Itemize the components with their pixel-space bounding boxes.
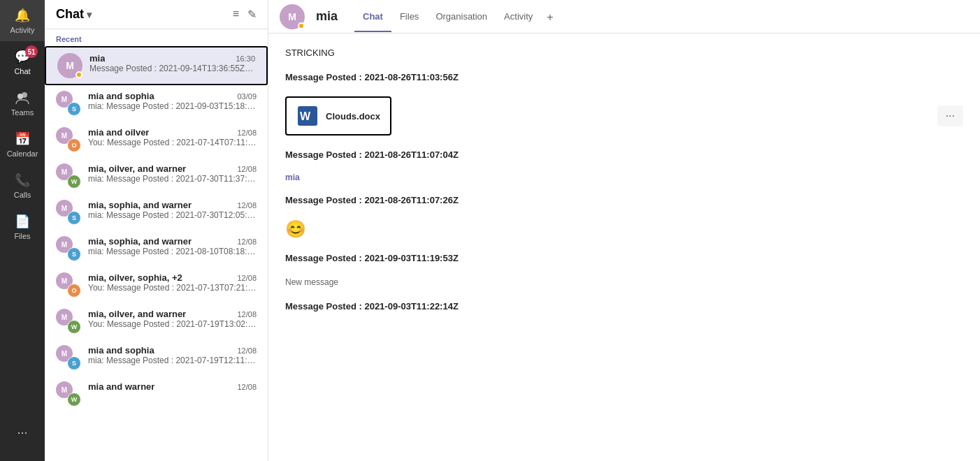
sidebar-label-calls: Calls [14, 191, 31, 199]
chat-content-mia: mia 16:30 Message Posted : 2021-09-14T13… [89, 53, 255, 73]
chat-list-panel: Chat ▾ ≡ ✎ Recent M mia 16:30 Message Po… [45, 0, 268, 461]
chat-preview: mia: Message Posted : 2021-07-19T12:11:5… [88, 356, 257, 365]
chat-content: mia, sophia, and warner 12/08 mia: Messa… [88, 200, 257, 220]
chat-content: mia, oilver, sophia, +2 12/08 You: Messa… [88, 272, 257, 293]
avatar-group: M O [56, 272, 81, 298]
message-posted-3: Message Posted : 2021-08-26T11:07:26Z [285, 192, 963, 208]
svg-text:W: W [300, 110, 311, 122]
avatar-group: M S [56, 236, 81, 261]
chat-item-mia-sophia2[interactable]: M S mia and sophia 12/08 mia: Message Po… [45, 339, 268, 376]
emoji-content: 😊 [285, 217, 963, 242]
chat-header-icons: ≡ ✎ [233, 8, 257, 21]
chat-name: mia and sophia [88, 345, 154, 356]
message-posted-5: Message Posted : 2021-09-03T11:22:14Z [285, 298, 963, 314]
sidebar-item-calls[interactable]: 📞 Calls [0, 165, 45, 206]
chat-item-mia-oilver[interactable]: M O mia and oilver 12/08 You: Message Po… [45, 122, 268, 158]
chat-time: 12/08 [237, 129, 257, 137]
avatar-group: M S [56, 345, 81, 370]
chat-item-mia-oilver-warner[interactable]: M W mia, oilver, and warner 12/08 mia: M… [45, 158, 268, 194]
chat-item-mia-oilver-warner2[interactable]: M W mia, oilver, and warner 12/08 You: M… [45, 303, 268, 339]
sidebar-label-chat: Chat [14, 67, 30, 75]
chat-list-header: Chat ▾ ≡ ✎ [45, 0, 268, 29]
chat-name: mia, sophia, and warner [88, 236, 192, 247]
chat-item-mia-oilver-sophia-2[interactable]: M O mia, oilver, sophia, +2 12/08 You: M… [45, 267, 268, 303]
message-block-5: Message Posted : 2021-09-03T11:22:14Z [285, 298, 963, 314]
sidebar-item-calendar[interactable]: 📅 Calendar [0, 124, 45, 165]
avatar-mia: M [57, 53, 82, 78]
message-block-file: W Clouds.docx ··· [285, 94, 963, 138]
chat-time: 12/08 [237, 346, 257, 355]
message-block-1: Message Posted : 2021-08-26T11:03:56Z [285, 69, 963, 85]
compose-icon[interactable]: ✎ [247, 8, 257, 21]
chat-time: 12/08 [237, 310, 257, 319]
new-message-divider: New message [285, 275, 963, 290]
message-block-new: New message [285, 275, 963, 290]
chat-item-mia-warner[interactable]: M W mia and warner 12/08 [45, 376, 268, 412]
calendar-icon: 📅 [14, 131, 31, 147]
chat-time: 12/08 [237, 165, 257, 173]
main-contact-name: mia [316, 9, 338, 24]
chat-name: mia and sophia [88, 91, 154, 101]
sidebar-item-teams[interactable]: Teams [0, 82, 45, 124]
file-row-wrapper: W Clouds.docx ··· [285, 94, 963, 138]
main-header: M mia Chat Files Organisation Activity + [268, 0, 980, 34]
sidebar-label-activity: Activity [10, 26, 35, 34]
avatar-group-mia-sophia: M S [56, 91, 81, 116]
sidebar-item-chat[interactable]: 💬 51 Chat [0, 41, 45, 82]
chat-item-mia-sophia-warner2[interactable]: M S mia, sophia, and warner 12/08 mia: M… [45, 230, 268, 267]
message-block-sender: mia [285, 171, 963, 184]
chat-preview: mia: Message Posted : 2021-07-30T12:05:4… [88, 210, 257, 220]
tab-organisation[interactable]: Organisation [427, 1, 496, 32]
message-area: STRICKING Message Posted : 2021-08-26T11… [268, 34, 980, 461]
chat-time: 03/09 [237, 92, 257, 101]
main-status-indicator [298, 22, 305, 29]
more-icon: ··· [14, 424, 31, 441]
chat-content: mia, oilver, and warner 12/08 mia: Messa… [88, 163, 257, 184]
sidebar-label-calendar: Calendar [7, 149, 38, 158]
chat-time: 12/08 [237, 237, 257, 246]
sidebar-item-files[interactable]: 📄 Files [0, 206, 45, 247]
chat-name: mia and oilver [88, 127, 149, 138]
sidebar-item-activity[interactable]: 🔔 Activity [0, 0, 45, 41]
filter-icon[interactable]: ≡ [233, 8, 239, 21]
chat-content: mia and sophia 03/09 mia: Message Posted… [88, 91, 257, 111]
chat-item-mia[interactable]: M mia 16:30 Message Posted : 2021-09-14T… [45, 46, 268, 85]
message-sender: mia [285, 171, 963, 184]
tab-activity[interactable]: Activity [496, 1, 541, 32]
chat-preview: mia: Message Posted : 2021-09-03T15:18:2… [88, 101, 257, 111]
avatar-group: M W [56, 163, 81, 189]
sidebar: 🔔 Activity 💬 51 Chat Teams 📅 Calendar 📞 … [0, 0, 45, 461]
sidebar-more[interactable]: ··· [0, 417, 45, 450]
main-tabs: Chat Files Organisation Activity + [354, 1, 559, 32]
message-block-3: Message Posted : 2021-08-26T11:07:26Z [285, 192, 963, 208]
chat-preview: mia: Message Posted : 2021-08-10T08:18:2… [88, 247, 257, 256]
tab-files[interactable]: Files [391, 1, 427, 32]
chat-preview: You: Message Posted : 2021-07-19T13:02:0… [88, 319, 257, 329]
chat-time: 12/08 [237, 201, 257, 210]
teams-icon [14, 89, 31, 106]
tab-add-button[interactable]: + [541, 1, 559, 32]
chat-content: mia and sophia 12/08 mia: Message Posted… [88, 345, 257, 365]
chat-time: 16:30 [236, 54, 255, 63]
chat-content: mia, oilver, and warner 12/08 You: Messa… [88, 309, 257, 329]
file-card-clouds[interactable]: W Clouds.docx [285, 96, 391, 136]
file-card-inner: W Clouds.docx [296, 105, 380, 127]
chat-item-mia-sophia-warner[interactable]: M S mia, sophia, and warner 12/08 mia: M… [45, 194, 268, 230]
file-more-button[interactable]: ··· [937, 105, 963, 126]
chat-panel-title: Chat ▾ [56, 7, 229, 22]
chat-content: mia and oilver 12/08 You: Message Posted… [88, 127, 257, 147]
activity-icon: 🔔 [14, 7, 31, 24]
tab-chat[interactable]: Chat [354, 1, 391, 32]
main-content: M mia Chat Files Organisation Activity +… [268, 0, 980, 461]
message-posted-4: Message Posted : 2021-09-03T11:19:53Z [285, 250, 963, 266]
chevron-down-icon[interactable]: ▾ [87, 9, 92, 20]
message-block-stricking: STRICKING [285, 45, 963, 61]
avatar-group: M W [56, 309, 81, 334]
chat-name: mia [89, 53, 105, 64]
files-icon: 📄 [14, 213, 31, 230]
message-posted-2: Message Posted : 2021-08-26T11:07:04Z [285, 147, 963, 163]
svg-point-1 [17, 94, 23, 99]
chat-item-mia-sophia[interactable]: M S mia and sophia 03/09 mia: Message Po… [45, 85, 268, 122]
chat-time: 12/08 [237, 383, 257, 391]
chat-preview: You: Message Posted : 2021-07-14T07:11:3… [88, 138, 257, 147]
